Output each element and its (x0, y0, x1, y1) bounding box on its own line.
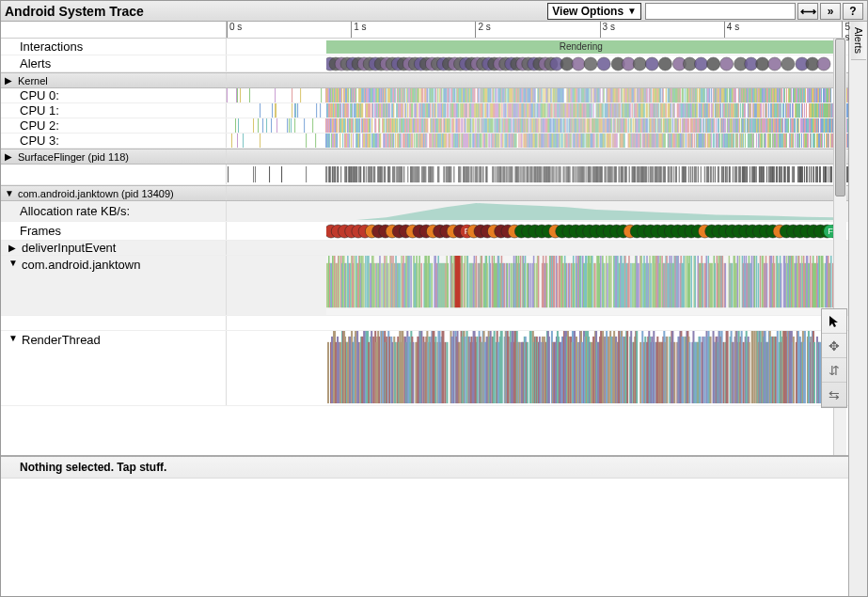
svg-rect-1958 (752, 134, 753, 148)
svg-rect-682 (448, 103, 449, 118)
svg-rect-1035 (825, 103, 826, 118)
frames-track[interactable]: FF (326, 224, 836, 239)
alloc-track[interactable] (326, 201, 836, 220)
svg-rect-1926 (717, 134, 718, 148)
svg-rect-2205 (547, 166, 548, 182)
svg-rect-1988 (786, 134, 787, 148)
svg-rect-1695 (466, 134, 467, 148)
svg-rect-1326 (599, 118, 600, 133)
expand-button[interactable]: » (820, 3, 841, 20)
svg-rect-1754 (531, 134, 532, 148)
surfaceflinger-header[interactable]: ▶SurfaceFlinger (pid 118) (1, 149, 227, 164)
svg-rect-1937 (728, 134, 729, 148)
svg-rect-1587 (347, 134, 348, 148)
svg-rect-476 (761, 88, 762, 102)
svg-rect-3301 (732, 342, 734, 403)
svg-rect-899 (674, 103, 675, 118)
svg-rect-1805 (584, 134, 585, 148)
surfaceflinger-track[interactable] (227, 165, 848, 184)
renderthread-label[interactable]: ▼RenderThread (1, 331, 227, 405)
svg-rect-2360 (759, 166, 760, 182)
svg-rect-420 (702, 88, 703, 102)
janktown-thread-track[interactable] (326, 256, 836, 315)
cpu1-track[interactable] (227, 103, 848, 118)
svg-rect-1970 (768, 134, 769, 148)
tracks-area[interactable]: Interactions Rendering Alerts ▶Kernel CP… (1, 39, 848, 455)
svg-rect-3294 (722, 342, 724, 403)
alerts-tab[interactable]: Alerts (851, 22, 866, 60)
svg-rect-1212 (481, 118, 481, 133)
svg-rect-2405 (819, 166, 820, 182)
timing-tool[interactable]: ⇆ (822, 383, 846, 407)
svg-rect-1944 (735, 134, 736, 148)
svg-rect-1931 (722, 134, 723, 148)
svg-rect-731 (498, 103, 499, 118)
nav-left-right-button[interactable]: ⟷ (797, 3, 818, 20)
cpu2-track[interactable] (227, 118, 848, 133)
svg-rect-3223 (641, 331, 643, 403)
rendering-span[interactable]: Rendering (326, 40, 836, 54)
svg-rect-1852 (638, 134, 639, 148)
janktown-thread-label[interactable]: ▼com.android.janktown (1, 256, 227, 315)
svg-rect-1250 (519, 118, 520, 133)
svg-rect-92 (345, 88, 346, 102)
svg-rect-1377 (654, 118, 655, 133)
svg-rect-1762 (541, 134, 542, 148)
svg-rect-571 (326, 103, 327, 118)
svg-rect-71 (321, 88, 322, 102)
svg-rect-1182 (444, 118, 445, 133)
kernel-header[interactable]: ▶Kernel (1, 73, 227, 87)
deliver-label[interactable]: ▶deliverInputEvent (1, 241, 227, 255)
svg-rect-1760 (539, 134, 540, 148)
svg-rect-280 (547, 88, 548, 102)
pointer-tool[interactable] (822, 309, 846, 334)
janktown-header[interactable]: ▼com.android.janktown (pid 13409) (1, 186, 227, 200)
svg-rect-2172 (508, 166, 509, 182)
svg-rect-960 (737, 103, 738, 118)
svg-rect-2059 (346, 166, 347, 182)
view-options-dropdown[interactable]: View Options ▼ (547, 3, 641, 20)
svg-rect-1583 (342, 134, 343, 148)
svg-rect-1893 (679, 134, 680, 148)
svg-rect-1011 (797, 103, 798, 118)
cpu3-track[interactable] (227, 134, 848, 148)
svg-rect-2100 (399, 166, 400, 182)
svg-rect-2197 (539, 166, 540, 182)
svg-rect-1307 (579, 118, 580, 133)
svg-rect-1394 (672, 118, 673, 133)
svg-rect-462 (748, 88, 749, 102)
cpu0-track[interactable] (227, 88, 848, 102)
svg-rect-2318 (695, 166, 696, 182)
svg-rect-1680 (451, 134, 452, 148)
svg-rect-1057 (847, 103, 848, 118)
svg-rect-277 (544, 88, 544, 102)
svg-rect-830 (601, 103, 602, 118)
pan-tool[interactable]: ✥ (822, 334, 846, 358)
svg-rect-172 (429, 88, 430, 102)
zoom-tool[interactable]: ⇵ (822, 358, 846, 383)
svg-rect-1891 (677, 134, 678, 148)
svg-rect-621 (380, 103, 381, 118)
svg-rect-2274 (637, 166, 638, 182)
svg-rect-1579 (335, 134, 336, 148)
svg-rect-1316 (589, 118, 590, 133)
search-input[interactable] (645, 3, 796, 20)
svg-rect-1065 (276, 118, 277, 133)
svg-rect-1403 (684, 118, 685, 133)
renderthread-track[interactable] (326, 331, 836, 405)
alert-circles[interactable] (326, 56, 836, 71)
svg-rect-1839 (623, 134, 623, 148)
svg-rect-1782 (560, 134, 560, 148)
svg-rect-1796 (576, 134, 576, 148)
svg-rect-561 (260, 103, 260, 118)
svg-rect-2077 (369, 166, 370, 182)
svg-rect-973 (754, 103, 755, 118)
svg-rect-2169 (503, 166, 504, 182)
svg-rect-719 (486, 103, 487, 118)
svg-rect-998 (782, 103, 783, 118)
time-ruler[interactable]: 0 s 1 s 2 s 3 s 4 s 5 s (227, 22, 848, 38)
svg-rect-517 (803, 88, 804, 102)
help-button[interactable]: ? (843, 3, 863, 20)
svg-rect-792 (562, 103, 563, 118)
svg-rect-1495 (779, 118, 780, 133)
